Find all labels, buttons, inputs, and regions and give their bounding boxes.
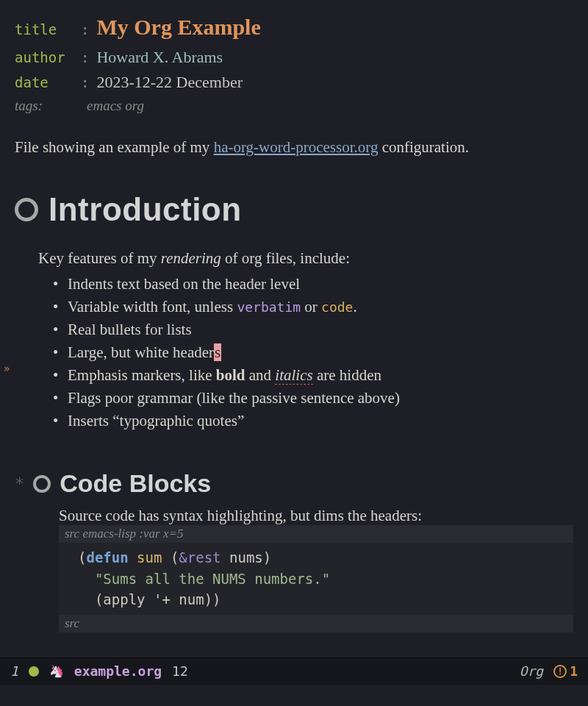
warning-count: 1 bbox=[570, 663, 578, 679]
modeline-modified-icon bbox=[29, 666, 39, 677]
code-blocks-intro: Source code has syntax highlighting, but… bbox=[59, 507, 573, 525]
org-star-icon: * bbox=[15, 474, 24, 493]
document-date: 2023-12-22 December bbox=[96, 70, 243, 95]
intro-text-after: configuration. bbox=[378, 138, 469, 156]
code-line: (defun sum (&rest nums) bbox=[78, 547, 554, 568]
fringe-indicator-icon: » bbox=[4, 363, 10, 374]
modeline-major-mode[interactable]: Org bbox=[520, 663, 544, 679]
list-item: Variable width font, unless verbatim or … bbox=[53, 296, 573, 318]
modeline-flycheck-warning[interactable]: ! 1 bbox=[553, 663, 578, 679]
modeline-window-number: 1 bbox=[10, 663, 18, 679]
meta-date-line: date: 2023-12-22 December bbox=[15, 70, 573, 95]
feature-list: Indents text based on the header level V… bbox=[53, 273, 573, 433]
heading-bullet-icon bbox=[15, 198, 38, 221]
text-cursor: s bbox=[214, 343, 221, 361]
italics-text: italics bbox=[275, 366, 312, 385]
document-title: My Org Example bbox=[96, 10, 260, 45]
warning-icon: ! bbox=[553, 665, 567, 678]
meta-tags-key: tags: bbox=[15, 95, 81, 116]
config-link[interactable]: ha-org-word-processor.org bbox=[214, 138, 379, 156]
src-block-header: src emacs-lisp :var x=5 bbox=[59, 525, 573, 543]
bold-text: bold bbox=[216, 366, 245, 384]
heading-text: Code Blocks bbox=[60, 469, 211, 498]
meta-title-line: title: My Org Example bbox=[15, 10, 573, 45]
lead-before: Key features of my bbox=[38, 249, 161, 267]
section-code-blocks: * Code Blocks Source code has syntax hig… bbox=[15, 469, 573, 632]
modeline-logo-icon: 🦄 bbox=[49, 664, 64, 678]
modeline-filename[interactable]: example.org bbox=[74, 663, 162, 679]
lead-italic: rendering bbox=[161, 249, 221, 267]
code-text: code bbox=[321, 299, 353, 315]
list-item: Emphasis markers, like bold and italics … bbox=[53, 364, 573, 387]
meta-author-key: author bbox=[15, 47, 81, 68]
section1-body: Key features of my rendering of org file… bbox=[38, 247, 573, 433]
code-line: "Sums all the NUMS numbers." bbox=[78, 568, 554, 590]
meta-date-key: date bbox=[15, 72, 81, 93]
section-introduction: Introduction Key features of my renderin… bbox=[15, 191, 573, 433]
lead-after: of org files, include: bbox=[221, 249, 350, 267]
src-block-body[interactable]: (defun sum (&rest nums) "Sums all the NU… bbox=[59, 543, 573, 615]
heading-bullet-icon bbox=[33, 475, 51, 493]
src-block-footer: src bbox=[59, 615, 573, 632]
verbatim-text: verbatim bbox=[237, 299, 301, 315]
modeline-line-number: 12 bbox=[172, 663, 188, 679]
meta-author-line: author: Howard X. Abrams bbox=[15, 45, 573, 70]
list-item: Indents text based on the header level bbox=[53, 273, 573, 296]
meta-tags-line: tags: emacs org bbox=[15, 95, 573, 116]
minibuffer[interactable] bbox=[0, 684, 588, 706]
intro-text-before: File showing an example of my bbox=[15, 138, 214, 156]
list-item: Flags poor grammar (like the passive sen… bbox=[53, 387, 573, 410]
list-item: Inserts “typographic quotes” bbox=[53, 410, 573, 432]
document-author: Howard X. Abrams bbox=[96, 45, 223, 70]
heading-code-blocks[interactable]: * Code Blocks bbox=[15, 469, 573, 498]
code-line: (apply '+ num)) bbox=[78, 589, 554, 610]
list-item: Real bullets for lists bbox=[53, 318, 573, 341]
heading-introduction[interactable]: Introduction bbox=[15, 191, 573, 228]
list-item: Large, but white headers bbox=[53, 341, 573, 364]
intro-paragraph: File showing an example of my ha-org-wor… bbox=[15, 137, 573, 158]
meta-title-key: title bbox=[15, 19, 81, 40]
modeline[interactable]: 1 🦄 example.org 12 Org ! 1 bbox=[0, 657, 588, 684]
heading-text: Introduction bbox=[49, 191, 242, 228]
buffer-area[interactable]: title: My Org Example author: Howard X. … bbox=[0, 0, 588, 632]
document-tags: emacs org bbox=[87, 95, 144, 116]
